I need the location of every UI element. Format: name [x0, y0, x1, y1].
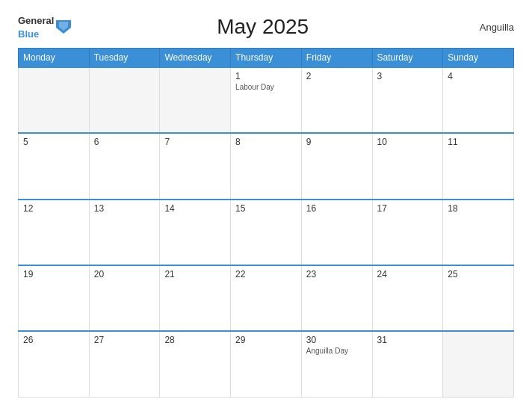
day-number: 30 — [306, 335, 368, 345]
page-title: May 2025 — [71, 15, 454, 39]
calendar-cell: 5 — [19, 133, 90, 199]
calendar-cell: 8 — [231, 133, 302, 199]
day-number: 7 — [164, 137, 226, 147]
calendar-cell: 23 — [301, 265, 372, 331]
day-number: 6 — [94, 137, 155, 147]
calendar-cell: 20 — [89, 265, 160, 331]
calendar-page: General Blue May 2025 Anguilla MondayTue… — [0, 0, 532, 411]
calendar-cell: 24 — [372, 265, 443, 331]
calendar-cell: 9 — [301, 133, 372, 199]
day-number: 4 — [448, 71, 509, 81]
calendar-cell: 26 — [19, 331, 90, 397]
day-number: 24 — [377, 269, 439, 279]
calendar-table: MondayTuesdayWednesdayThursdayFridaySatu… — [18, 48, 514, 398]
calendar-cell: 28 — [160, 331, 231, 397]
calendar-cell: 17 — [372, 200, 443, 265]
day-number: 17 — [377, 203, 439, 214]
week-row-1: 1Labour Day234 — [19, 67, 514, 133]
calendar-cell: 7 — [160, 133, 231, 199]
week-row-2: 567891011 — [19, 133, 514, 199]
day-number: 27 — [94, 335, 155, 345]
day-number: 20 — [94, 269, 155, 279]
calendar-cell: 29 — [231, 331, 302, 397]
calendar-cell: 1Labour Day — [231, 67, 302, 133]
calendar-cell: 10 — [372, 133, 443, 199]
weekday-header-row: MondayTuesdayWednesdayThursdayFridaySatu… — [19, 49, 514, 68]
week-row-5: 2627282930Anguilla Day31 — [19, 331, 514, 397]
calendar-cell: 14 — [160, 200, 231, 265]
day-number: 21 — [164, 269, 226, 279]
holiday-label: Anguilla Day — [306, 347, 368, 355]
logo-icon — [56, 20, 71, 34]
calendar-cell: 16 — [301, 200, 372, 265]
calendar-cell: 11 — [443, 133, 514, 199]
weekday-header-tuesday: Tuesday — [89, 49, 160, 68]
week-row-3: 12131415161718 — [19, 200, 514, 265]
calendar-cell — [160, 67, 231, 133]
calendar-cell: 25 — [443, 265, 514, 331]
day-number: 29 — [235, 335, 297, 345]
day-number: 28 — [164, 335, 226, 345]
calendar-cell: 21 — [160, 265, 231, 331]
weekday-header-friday: Friday — [301, 49, 372, 68]
day-number: 14 — [164, 203, 226, 214]
day-number: 2 — [306, 71, 368, 81]
calendar-cell: 22 — [231, 265, 302, 331]
day-number: 23 — [306, 269, 368, 279]
weekday-header-monday: Monday — [19, 49, 90, 68]
weekday-header-wednesday: Wednesday — [160, 49, 231, 68]
day-number: 12 — [23, 203, 84, 214]
calendar-cell — [443, 331, 514, 397]
logo: General Blue — [18, 13, 71, 40]
day-number: 1 — [235, 71, 297, 81]
day-number: 9 — [306, 137, 368, 147]
holiday-label: Labour Day — [235, 83, 297, 91]
day-number: 11 — [448, 137, 509, 147]
weekday-header-thursday: Thursday — [231, 49, 302, 68]
day-number: 3 — [377, 71, 439, 81]
calendar-cell: 27 — [89, 331, 160, 397]
calendar-cell: 6 — [89, 133, 160, 199]
calendar-cell: 18 — [443, 200, 514, 265]
day-number: 18 — [448, 203, 509, 214]
calendar-cell — [89, 67, 160, 133]
calendar-cell: 3 — [372, 67, 443, 133]
calendar-cell: 31 — [372, 331, 443, 397]
region-label: Anguilla — [454, 22, 514, 33]
calendar-cell: 13 — [89, 200, 160, 265]
logo-text: General Blue — [18, 13, 54, 40]
calendar-cell — [19, 67, 90, 133]
calendar-cell: 30Anguilla Day — [301, 331, 372, 397]
day-number: 10 — [377, 137, 439, 147]
calendar-cell: 15 — [231, 200, 302, 265]
day-number: 22 — [235, 269, 297, 279]
header: General Blue May 2025 Anguilla — [18, 13, 514, 40]
day-number: 31 — [377, 335, 439, 345]
day-number: 8 — [235, 137, 297, 147]
calendar-cell: 4 — [443, 67, 514, 133]
day-number: 26 — [23, 335, 84, 345]
day-number: 13 — [94, 203, 155, 214]
weekday-header-saturday: Saturday — [372, 49, 443, 68]
week-row-4: 19202122232425 — [19, 265, 514, 331]
calendar-cell: 12 — [19, 200, 90, 265]
weekday-header-sunday: Sunday — [443, 49, 514, 68]
day-number: 16 — [306, 203, 368, 214]
day-number: 25 — [448, 269, 509, 279]
logo-general: General — [18, 15, 54, 26]
day-number: 19 — [23, 269, 84, 279]
logo-blue: Blue — [18, 28, 39, 40]
day-number: 5 — [23, 137, 84, 147]
calendar-cell: 2 — [301, 67, 372, 133]
calendar-cell: 19 — [19, 265, 90, 331]
day-number: 15 — [235, 203, 297, 214]
